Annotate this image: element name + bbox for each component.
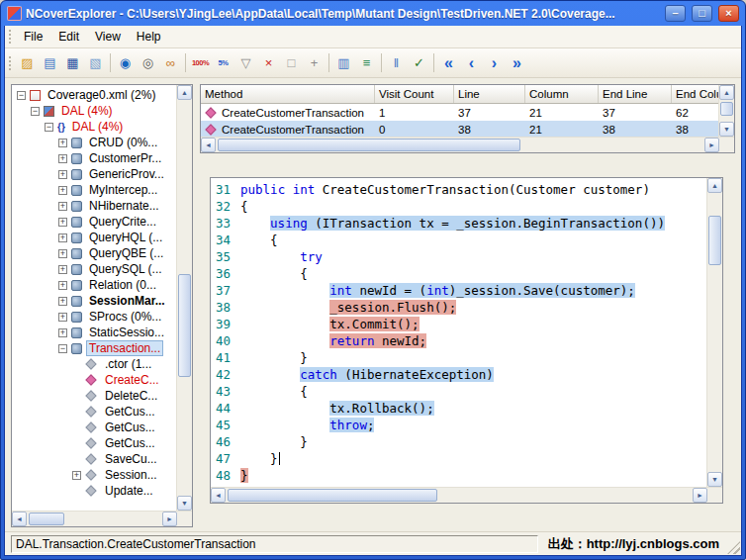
code-line[interactable]: 41} <box>213 349 706 366</box>
table-row[interactable]: CreateCustomerTransaction038213838 <box>201 121 718 137</box>
scroll-thumb[interactable] <box>29 513 64 525</box>
tree-item[interactable]: +CustomerPr... <box>13 150 176 166</box>
go-next-icon[interactable]: › <box>483 52 506 74</box>
menu-item-view[interactable]: View <box>87 27 129 47</box>
options-check-icon[interactable]: ✓ <box>408 52 430 74</box>
code-line[interactable]: 42catch (HibernateException) <box>213 366 706 383</box>
code-line[interactable]: 37int newId = (int)_session.Save(custome… <box>213 282 706 299</box>
tree-item[interactable]: DeleteC... <box>13 388 176 404</box>
column-header-line[interactable]: Line <box>454 85 525 103</box>
tree-item[interactable]: +SessionMar... <box>13 293 176 309</box>
web-icon[interactable]: ◉ <box>114 52 137 74</box>
go-last-icon[interactable]: » <box>506 52 528 74</box>
expand-icon[interactable]: + <box>58 328 67 337</box>
tree-item[interactable]: GetCus... <box>13 435 176 451</box>
tree-item[interactable]: +SProcs (0%... <box>13 309 176 325</box>
code-line[interactable]: 40return newId; <box>213 332 706 349</box>
scroll-down-icon[interactable]: ▼ <box>177 496 192 511</box>
collapse-icon[interactable]: − <box>31 107 40 116</box>
scroll-right-icon[interactable]: ► <box>162 512 177 526</box>
tree-item[interactable]: +StaticSessio... <box>13 325 176 340</box>
tree-item[interactable]: +CRUD (0%... <box>13 135 176 150</box>
code-line[interactable]: 48} <box>213 467 706 484</box>
grid-horizontal-scrollbar[interactable]: ◄ ► <box>201 137 734 152</box>
scroll-up-icon[interactable]: ▲ <box>719 85 734 100</box>
expand-icon[interactable]: + <box>58 265 67 274</box>
code-line[interactable]: 39tx.Commit(); <box>213 316 706 332</box>
column-header-end-colu-[interactable]: End Colu... <box>672 85 718 103</box>
threshold-percent-icon[interactable]: 5% <box>212 52 234 74</box>
grid-vertical-scrollbar[interactable]: ▲ ▼ <box>718 85 734 137</box>
toggle-panels-icon[interactable]: ▥ <box>332 52 355 74</box>
minimize-button[interactable]: – <box>665 5 686 22</box>
scroll-thumb[interactable] <box>228 489 437 502</box>
go-previous-icon[interactable]: ‹ <box>460 52 483 74</box>
tree-item[interactable]: −Coverage0.xml (2%) <box>13 87 176 103</box>
show-100-percent-icon[interactable]: 100% <box>189 52 212 74</box>
code-line[interactable]: 46} <box>213 433 706 450</box>
expand-icon[interactable]: + <box>58 297 67 306</box>
scroll-thumb[interactable] <box>178 274 191 377</box>
export-report-icon[interactable]: ▤ <box>39 52 61 74</box>
tree-item[interactable]: +QueryHQL (... <box>13 230 176 245</box>
tree-item[interactable]: GetCus... <box>13 420 176 435</box>
tree-item[interactable]: −Transaction... <box>13 340 176 356</box>
tree-item[interactable]: −DAL (4%) <box>13 103 176 119</box>
expand-icon[interactable]: + <box>58 186 67 195</box>
menu-item-file[interactable]: File <box>16 27 50 47</box>
report-list-icon[interactable]: ≡ <box>355 52 378 74</box>
open-coverage-file-icon[interactable]: ▨ <box>16 52 39 74</box>
tree-item[interactable]: +QuerySQL (... <box>13 261 176 277</box>
save-coverage-icon[interactable]: ▦ <box>61 52 84 74</box>
view-report-icon[interactable]: ▧ <box>84 52 107 74</box>
scroll-left-icon[interactable]: ◄ <box>201 138 216 152</box>
tree-item[interactable]: +QueryCrite... <box>13 214 176 230</box>
expand-icon[interactable]: + <box>58 249 67 258</box>
maximize-button[interactable]: □ <box>692 5 712 22</box>
links-icon[interactable]: ∞ <box>159 52 182 74</box>
code-line[interactable]: 47} <box>213 450 706 467</box>
column-chooser-icon[interactable]: ‖ <box>385 52 408 74</box>
collapse-icon[interactable]: − <box>45 123 53 132</box>
scroll-right-icon[interactable]: ► <box>704 138 719 152</box>
expand-icon[interactable]: + <box>72 471 81 480</box>
scroll-left-icon[interactable]: ◄ <box>211 488 226 503</box>
scroll-up-icon[interactable]: ▲ <box>707 178 722 193</box>
table-row[interactable]: CreateCustomerTransaction137213762 <box>201 104 718 121</box>
panel-splitter[interactable] <box>193 84 200 527</box>
menu-item-help[interactable]: Help <box>129 27 169 47</box>
add-coverage-icon[interactable]: + <box>303 52 326 74</box>
code-line[interactable]: 35try <box>213 248 706 265</box>
expand-icon[interactable]: + <box>58 218 67 227</box>
tree-item[interactable]: GetCus... <box>13 404 176 420</box>
expand-icon[interactable]: + <box>58 202 67 211</box>
column-header-column[interactable]: Column <box>525 85 599 103</box>
scroll-right-icon[interactable]: ► <box>693 488 707 503</box>
tree-item[interactable]: +MyIntercep... <box>13 182 176 198</box>
expand-icon[interactable]: + <box>58 281 67 290</box>
title-bar[interactable]: NCoverExplorer - C:\Users\YJingLee\AppDa… <box>4 1 742 26</box>
tree-item[interactable]: +GenericProv... <box>13 166 176 182</box>
tree-item[interactable]: .ctor (1... <box>13 356 176 372</box>
scroll-thumb[interactable] <box>708 216 721 266</box>
close-button[interactable]: × <box>718 5 739 22</box>
expand-icon[interactable]: + <box>58 313 67 322</box>
tree-horizontal-scrollbar[interactable]: ◄ ► <box>12 511 192 526</box>
tree-item[interactable]: +Relation (0... <box>13 277 176 293</box>
expand-icon[interactable]: + <box>58 154 67 163</box>
scroll-left-icon[interactable]: ◄ <box>12 512 27 526</box>
expand-icon[interactable]: + <box>58 139 67 147</box>
expand-icon[interactable]: + <box>58 233 67 242</box>
tree-item[interactable]: CreateC... <box>13 372 176 388</box>
code-horizontal-scrollbar[interactable]: ◄ ► <box>211 487 722 503</box>
code-line[interactable]: 33using (ITransaction tx = _session.Begi… <box>213 215 706 232</box>
scroll-up-icon[interactable]: ▲ <box>177 85 192 100</box>
code-line[interactable]: 38_session.Flush(); <box>213 299 706 316</box>
tree-item[interactable]: −{}DAL (4%) <box>13 119 176 135</box>
collapse-icon[interactable]: − <box>58 344 67 353</box>
code-line[interactable]: 32{ <box>213 198 706 215</box>
search-icon[interactable]: ◎ <box>137 52 159 74</box>
close-coverage-icon[interactable]: × <box>257 52 280 74</box>
tree-vertical-scrollbar[interactable]: ▲ ▼ <box>176 85 192 511</box>
collapse-icon[interactable]: − <box>17 91 26 100</box>
